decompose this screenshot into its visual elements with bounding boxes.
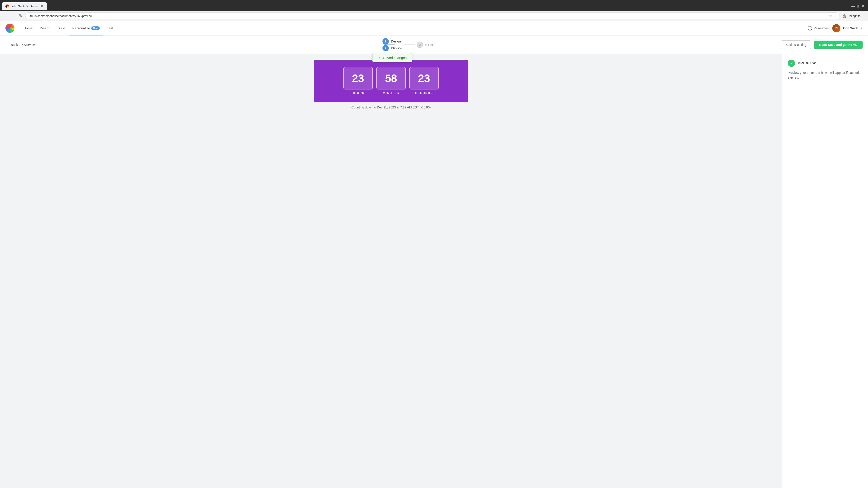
window-controls: — ⧉ ✕ bbox=[849, 3, 866, 10]
timer-seconds-unit: 23 SECONDS bbox=[409, 67, 439, 95]
timer-minutes-label: MINUTES bbox=[383, 91, 399, 95]
bookmark-icon[interactable]: ☆ bbox=[829, 14, 832, 18]
browser-chrome: John Smith > Litmus ✕ + — ⧉ ✕ ← → ↻ litm… bbox=[0, 0, 868, 21]
app-header: Home Design Build Personalize New Test i… bbox=[0, 21, 868, 35]
panel-header: ✓ PREVIEW bbox=[788, 60, 863, 67]
header-actions: Back to editing Next: Save and get HTML bbox=[781, 40, 863, 49]
step-1-circle: 1 bbox=[382, 38, 389, 44]
personalize-label: Personalize bbox=[72, 26, 90, 30]
incognito-label: Incognito bbox=[848, 14, 861, 18]
back-arrow-icon: ← bbox=[5, 42, 9, 47]
app-logo[interactable] bbox=[5, 24, 14, 33]
main-layout: 23 HOURS 58 MINUTES 23 SECONDS Co bbox=[0, 54, 868, 488]
profile-menu-icon[interactable]: ⋮ bbox=[862, 14, 865, 18]
timer-minutes-value: 58 bbox=[385, 72, 397, 85]
personalize-badge: New bbox=[91, 26, 100, 30]
timer-widget: 23 HOURS 58 MINUTES 23 SECONDS bbox=[314, 60, 468, 102]
timer-hours-unit: 23 HOURS bbox=[343, 67, 373, 95]
panel-title: PREVIEW bbox=[798, 61, 816, 65]
reload-button[interactable]: ↻ bbox=[18, 12, 23, 19]
timer-seconds-value: 23 bbox=[418, 72, 430, 85]
step-3-number: 3 bbox=[419, 43, 421, 46]
address-bar-row: ← → ↻ litmus.com/personalize/documents/7… bbox=[0, 11, 868, 21]
extension-icon[interactable]: ▯ bbox=[834, 14, 836, 18]
address-bar-icons: ☆ ▯ bbox=[829, 14, 836, 18]
step-3-circle: 3 bbox=[416, 41, 423, 48]
step-2-circle: 2 bbox=[382, 45, 389, 51]
workflow-steps: 1 Design 2 Preview ✓ Saved changes 3 HT bbox=[35, 38, 781, 51]
step-1-label: Design bbox=[391, 39, 401, 43]
new-tab-button[interactable]: + bbox=[47, 2, 53, 11]
resources-button[interactable]: i Resources bbox=[808, 26, 829, 31]
toast-message: Saved changes bbox=[383, 56, 406, 60]
preview-area: 23 HOURS 58 MINUTES 23 SECONDS Co bbox=[0, 54, 782, 488]
info-icon: i bbox=[808, 26, 812, 31]
nav-design[interactable]: Design bbox=[36, 21, 54, 35]
timer-hours-label: HOURS bbox=[352, 91, 365, 95]
step-3: 3 HTML bbox=[416, 41, 434, 48]
forward-nav-button[interactable]: → bbox=[10, 13, 16, 19]
preview-content: 23 HOURS 58 MINUTES 23 SECONDS Co bbox=[314, 60, 468, 109]
nav-personalize[interactable]: Personalize New bbox=[69, 21, 103, 35]
step-connector-2-3 bbox=[404, 44, 415, 45]
preview-check-icon: ✓ bbox=[790, 61, 793, 66]
timer-minutes-unit: 58 MINUTES bbox=[376, 67, 406, 95]
resources-label: Resources bbox=[813, 26, 829, 30]
check-icon: ✓ bbox=[378, 56, 381, 60]
back-to-overview-link[interactable]: ← Back to Overview bbox=[5, 42, 35, 47]
nav-build[interactable]: Build bbox=[54, 21, 69, 35]
step-2: 2 Preview bbox=[382, 45, 402, 51]
nav-home[interactable]: Home bbox=[20, 21, 36, 35]
minimize-button[interactable]: — bbox=[851, 5, 855, 8]
back-to-overview-label: Back to Overview bbox=[11, 43, 35, 46]
incognito-icon: 🕵 bbox=[843, 14, 847, 18]
tab-bar: John Smith > Litmus ✕ + — ⧉ ✕ bbox=[0, 0, 868, 11]
right-panel: ✓ PREVIEW Preview your timer and how it … bbox=[782, 54, 868, 488]
tab-close-icon[interactable]: ✕ bbox=[40, 4, 43, 8]
workflow-toast-wrapper: 1 Design 2 Preview ✓ Saved changes bbox=[382, 38, 402, 51]
step-2-label: Preview bbox=[391, 46, 402, 50]
user-menu[interactable]: JS John Smith ▼ bbox=[832, 24, 863, 32]
tab-title: John Smith > Litmus bbox=[11, 4, 37, 8]
timer-hours-value: 23 bbox=[352, 72, 364, 85]
panel-description: Preview your timer and how it will appea… bbox=[788, 70, 863, 80]
user-avatar: JS bbox=[832, 24, 840, 32]
timer-seconds-box: 23 bbox=[409, 67, 439, 90]
tab-favicon bbox=[5, 4, 9, 8]
address-bar[interactable]: litmus.com/personalize/documents/7865/pr… bbox=[25, 12, 839, 19]
url-text: litmus.com/personalize/documents/7865/pr… bbox=[29, 14, 829, 18]
user-name: John Smith bbox=[842, 26, 858, 30]
step-3-label: HTML bbox=[425, 43, 434, 46]
restore-button[interactable]: ⧉ bbox=[856, 5, 860, 8]
step-1: 1 Design bbox=[382, 38, 402, 44]
chevron-down-icon: ▼ bbox=[860, 27, 863, 30]
step-2-number: 2 bbox=[385, 46, 386, 50]
back-nav-button[interactable]: ← bbox=[3, 13, 8, 19]
close-button[interactable]: ✕ bbox=[861, 5, 864, 8]
timer-seconds-label: SECONDS bbox=[415, 91, 433, 95]
timer-caption: Counting down to Dec 21, 2023 at 7:29 AM… bbox=[351, 105, 431, 109]
header-right: i Resources JS John Smith ▼ bbox=[808, 24, 863, 32]
preview-section-icon: ✓ bbox=[788, 60, 795, 67]
sub-header: ← Back to Overview 1 Design 2 Preview ✓ … bbox=[0, 35, 868, 54]
next-save-html-button[interactable]: Next: Save and get HTML bbox=[814, 41, 863, 49]
active-tab[interactable]: John Smith > Litmus ✕ bbox=[2, 2, 47, 10]
step-1-number: 1 bbox=[385, 40, 386, 43]
saved-changes-toast: ✓ Saved changes bbox=[372, 53, 412, 62]
back-to-editing-button[interactable]: Back to editing bbox=[781, 40, 811, 49]
incognito-profile: 🕵 Incognito ⋮ bbox=[843, 14, 865, 18]
timer-hours-box: 23 bbox=[343, 67, 373, 90]
main-nav: Home Design Build Personalize New Test bbox=[20, 21, 808, 35]
timer-minutes-box: 58 bbox=[376, 67, 406, 90]
nav-test[interactable]: Test bbox=[103, 21, 117, 35]
